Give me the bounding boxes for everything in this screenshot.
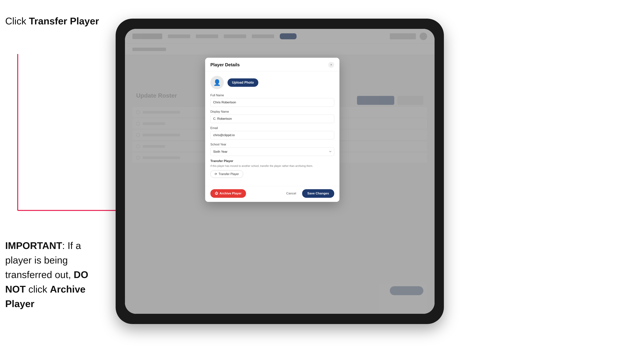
full-name-label: Full Name bbox=[210, 94, 334, 97]
tablet-screen: Update Roster bbox=[125, 29, 434, 314]
modal-header: Player Details × bbox=[205, 58, 340, 71]
instruction-prefix: Click bbox=[5, 16, 29, 26]
display-name-input[interactable] bbox=[210, 115, 334, 123]
school-year-label: School Year bbox=[210, 143, 334, 146]
photo-upload-row: 👤 Upload Photo bbox=[210, 76, 334, 89]
instruction-bold: Transfer Player bbox=[29, 16, 99, 26]
important-label: IMPORTANT bbox=[5, 240, 62, 251]
display-name-label: Display Name bbox=[210, 110, 334, 113]
archive-player-button[interactable]: ⏻ Archive Player bbox=[210, 189, 246, 198]
transfer-player-button[interactable]: ⟳ Transfer Player bbox=[210, 170, 243, 178]
instruction-bottom: IMPORTANT: If a player is being transfer… bbox=[5, 238, 110, 311]
full-name-input[interactable] bbox=[210, 98, 334, 107]
upload-photo-button[interactable]: Upload Photo bbox=[228, 78, 258, 87]
school-year-group: School Year First Year Second Year Third… bbox=[210, 143, 334, 156]
tablet-device: Update Roster bbox=[116, 19, 444, 324]
email-group: Email bbox=[210, 127, 334, 140]
transfer-icon: ⟳ bbox=[215, 172, 217, 176]
modal-title: Player Details bbox=[210, 62, 240, 67]
modal-body: 👤 Upload Photo Full Name Display Name Em… bbox=[205, 71, 340, 186]
school-year-select[interactable]: First Year Second Year Third Year Fourth… bbox=[210, 147, 334, 156]
email-label: Email bbox=[210, 127, 334, 130]
bottom-text-2: click bbox=[26, 284, 50, 295]
avatar-icon: 👤 bbox=[213, 79, 221, 86]
display-name-group: Display Name bbox=[210, 110, 334, 123]
transfer-btn-label: Transfer Player bbox=[218, 173, 239, 176]
modal-close-button[interactable]: × bbox=[328, 62, 334, 68]
avatar-circle: 👤 bbox=[210, 76, 224, 89]
email-input[interactable] bbox=[210, 131, 334, 140]
player-details-modal: Player Details × 👤 Upload Photo Full Nam… bbox=[205, 58, 340, 202]
cancel-button[interactable]: Cancel bbox=[282, 189, 300, 198]
full-name-group: Full Name bbox=[210, 94, 334, 107]
instruction-top: Click Transfer Player bbox=[5, 15, 99, 27]
archive-icon: ⏻ bbox=[215, 192, 218, 195]
transfer-player-section: Transfer Player If this player has moved… bbox=[210, 159, 334, 178]
save-changes-button[interactable]: Save Changes bbox=[302, 189, 334, 198]
transfer-section-title: Transfer Player bbox=[210, 159, 334, 163]
modal-footer: ⏻ Archive Player Cancel Save Changes bbox=[205, 186, 340, 202]
transfer-section-description: If this player has moved to another scho… bbox=[210, 164, 334, 168]
archive-btn-label: Archive Player bbox=[220, 192, 242, 195]
